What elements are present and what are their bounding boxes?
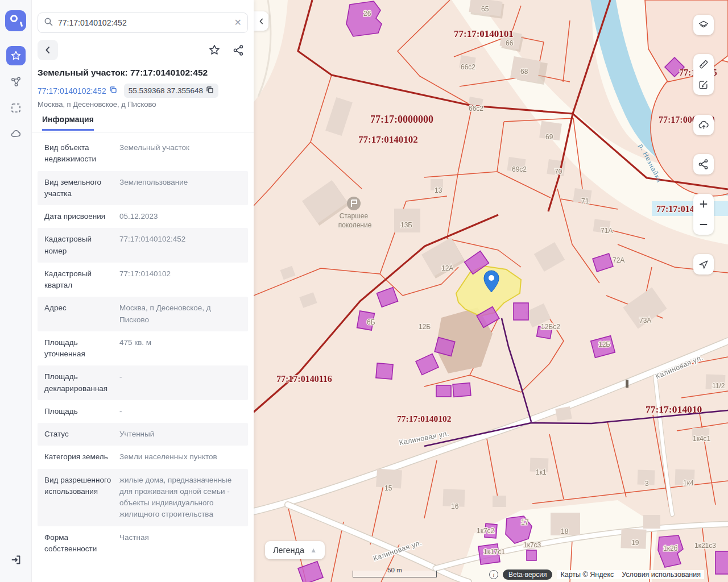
coordinates-chip[interactable]: 55.539368 37.355648 [124,84,218,98]
measure-edit-controls [693,54,714,95]
search-input[interactable] [58,18,234,27]
zoom-out-button[interactable] [693,214,714,235]
sidebar-item-layers-nodes[interactable] [6,72,26,92]
quarter-label: 77:17:0000000 [370,114,433,125]
house-label: 13 [435,186,442,194]
house-label: 66 [506,39,514,47]
house-label: 1к17с1 [483,548,505,556]
chevron-left-icon [258,18,265,25]
legend-button[interactable]: Легенда ▲ [265,541,325,559]
sidebar-item-select-area[interactable] [6,98,26,118]
house-label: 1к21с3 [694,542,716,550]
house-label: 68 [520,68,528,76]
house-label: 12А [441,264,453,272]
house-label: 1к7с2 [477,527,495,535]
cadastral-number-link[interactable]: 77:17:0140102:452 [38,86,117,95]
minus-icon [698,219,709,230]
house-label: 16 [451,502,459,510]
sign-in-button[interactable] [6,550,26,569]
scale-bar: 50 m [353,571,437,577]
poi-icon [347,197,361,210]
map-copyright-link[interactable]: Карты © Яндекс [560,571,614,579]
table-row: Кадастровый номер77:17:0140102:452 [38,228,248,263]
house-label: 18 [561,527,569,535]
search-bar[interactable]: ✕ [38,13,248,33]
quarter-label: 77:17:0140101 [454,28,514,39]
house-label: 13Б [400,221,412,229]
search-icon [44,17,53,29]
back-button[interactable] [38,40,58,60]
table-row: Форма собственностиЧастная [38,526,248,561]
house-label: 71 [581,197,589,205]
tabs: Информация [32,115,254,132]
attribution: i Beta-версия Карты © Яндекс Условия исп… [489,569,704,580]
map[interactable]: 77:17:0140101 77:17:0000000 77:17:014010… [254,0,728,582]
house-label: 12Б [598,340,610,348]
terms-link[interactable]: Условия использования [622,571,701,579]
quarter-label: 77:17:014010 [646,404,702,415]
collapse-panel-button[interactable] [254,11,268,31]
copy-icon[interactable] [206,86,214,95]
copy-icon[interactable] [109,86,117,95]
house-label: 1к4с1 [693,435,711,443]
app-root: ✕ Земельный участок: 77:17:01401 [0,0,728,582]
house-label: 70 [555,168,562,176]
info-icon[interactable]: i [489,570,498,579]
zoom-in-button[interactable] [693,194,714,214]
edit-icon [698,79,709,90]
table-row: Вид объекта недвижимостиЗемельный участо… [38,136,248,171]
icon-rail [0,0,32,582]
logo-ring [10,15,18,22]
edit-button[interactable] [693,74,714,95]
share-button[interactable] [229,40,248,60]
layers-button[interactable] [693,15,714,35]
house-label: 11/2 [712,382,725,390]
cloud-upload-button[interactable] [693,115,714,135]
cloud-icon [10,128,22,140]
house-label: 66с2 [461,63,475,71]
house-label: 71А [601,227,613,235]
info-table: Вид объекта недвижимостиЗемельный участо… [38,136,248,560]
table-row: Вид земельного участкаЗемлепользование [38,171,248,206]
house-label: 3 [645,480,649,488]
sidebar-item-cloud[interactable] [6,124,26,144]
chevron-up-icon: ▲ [310,546,317,554]
house-label: 17 [521,518,529,526]
house-label: 19 [631,539,639,547]
sign-in-icon [10,554,22,566]
table-row: Площадь декларированная- [38,365,248,400]
scale-label: 50 m [353,567,436,573]
upload-control [693,115,714,135]
house-label: 1к7с3 [523,541,541,549]
logo-tail [19,22,23,27]
house-label: 15 [384,484,392,492]
beta-badge: Beta-версия [503,569,552,580]
house-label: 66с2 [469,105,483,113]
clear-search-icon[interactable]: ✕ [234,18,242,27]
details-panel: ✕ Земельный участок: 77:17:01401 [32,0,254,582]
ruler-button[interactable] [693,54,714,74]
address-line: Москва, п Десеновское, д Писково [38,100,156,109]
app-logo-icon[interactable] [5,10,26,31]
page-title: Земельный участок: 77:17:0140102:452 [38,68,249,78]
house-label: 65 [481,5,489,13]
share-control [693,154,714,174]
locate-button[interactable] [693,254,714,275]
plus-icon [698,199,709,209]
sidebar-item-favorites[interactable] [6,46,26,65]
table-row: Площадь уточненная475 кв. м [38,331,248,366]
locate-control [693,254,714,275]
house-label: 12Бс2 [541,323,560,331]
layers-control [693,15,714,35]
cloud-upload-icon [698,119,710,131]
share-map-button[interactable] [693,154,714,174]
share-icon [233,44,245,56]
house-label: 72А [613,256,624,264]
id-chips-row: 77:17:0140102:452 55.539368 37.355648 [38,84,218,98]
favorite-button[interactable] [205,40,224,60]
legend-label: Легенда [273,546,304,555]
house-label: 12Б [419,323,431,331]
quarter-label: 77:17:0140102 [358,134,418,145]
house-label: 1к1 [536,468,547,476]
tab-information[interactable]: Информация [42,115,94,131]
